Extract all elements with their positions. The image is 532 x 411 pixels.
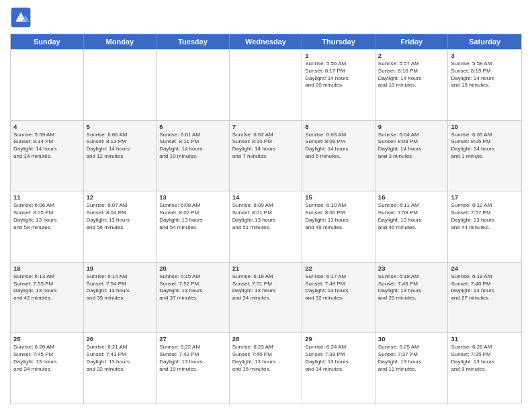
- day-number: 27: [159, 335, 226, 342]
- day-number: 1: [305, 52, 372, 59]
- day-number: 21: [232, 265, 300, 272]
- page: Sunday Monday Tuesday Wednesday Thursday…: [0, 0, 532, 411]
- day-info: Sunrise: 6:25 AM Sunset: 7:37 PM Dayligh…: [378, 344, 445, 373]
- day-number: 14: [232, 193, 300, 201]
- header-monday: Monday: [84, 34, 157, 49]
- day-info: Sunrise: 6:07 AM Sunset: 8:04 PM Dayligh…: [87, 202, 154, 231]
- day-number: 9: [378, 123, 445, 130]
- day-info: Sunrise: 6:01 AM Sunset: 8:11 PM Dayligh…: [159, 132, 226, 161]
- day-number: 16: [378, 193, 445, 201]
- logo-icon: [10, 7, 32, 28]
- day-info: Sunrise: 6:06 AM Sunset: 8:05 PM Dayligh…: [13, 202, 81, 231]
- cal-cell-4-2: 27Sunrise: 6:22 AM Sunset: 7:42 PM Dayli…: [157, 333, 230, 404]
- day-number: 13: [159, 193, 226, 201]
- day-number: 18: [13, 265, 81, 272]
- day-number: 5: [87, 123, 154, 130]
- day-number: 17: [451, 193, 519, 201]
- day-info: Sunrise: 6:21 AM Sunset: 7:43 PM Dayligh…: [87, 344, 154, 373]
- day-number: 28: [232, 335, 300, 342]
- day-info: Sunrise: 6:26 AM Sunset: 7:35 PM Dayligh…: [451, 344, 519, 373]
- header: [10, 7, 522, 28]
- day-number: 31: [451, 335, 519, 342]
- day-info: Sunrise: 6:16 AM Sunset: 7:51 PM Dayligh…: [232, 273, 300, 302]
- day-info: Sunrise: 5:58 AM Sunset: 8:15 PM Dayligh…: [451, 60, 519, 89]
- day-info: Sunrise: 6:20 AM Sunset: 7:45 PM Dayligh…: [13, 344, 81, 373]
- cal-cell-1-4: 8Sunrise: 6:03 AM Sunset: 8:09 PM Daylig…: [302, 121, 375, 191]
- cal-cell-2-3: 14Sunrise: 6:09 AM Sunset: 8:01 PM Dayli…: [230, 191, 303, 262]
- calendar-body: 1Sunrise: 5:56 AM Sunset: 8:17 PM Daylig…: [11, 49, 521, 404]
- cal-cell-0-6: 3Sunrise: 5:58 AM Sunset: 8:15 PM Daylig…: [448, 50, 521, 120]
- cal-cell-2-1: 12Sunrise: 6:07 AM Sunset: 8:04 PM Dayli…: [84, 191, 157, 262]
- day-info: Sunrise: 6:00 AM Sunset: 8:13 PM Dayligh…: [87, 132, 154, 161]
- cal-cell-3-4: 22Sunrise: 6:17 AM Sunset: 7:49 PM Dayli…: [302, 263, 375, 333]
- day-number: 24: [451, 265, 519, 272]
- day-info: Sunrise: 6:11 AM Sunset: 7:58 PM Dayligh…: [378, 202, 445, 231]
- calendar-row-2: 11Sunrise: 6:06 AM Sunset: 8:05 PM Dayli…: [11, 191, 521, 262]
- day-info: Sunrise: 6:10 AM Sunset: 8:00 PM Dayligh…: [305, 202, 372, 231]
- cal-cell-0-1: [84, 50, 157, 120]
- cal-cell-1-2: 6Sunrise: 6:01 AM Sunset: 8:11 PM Daylig…: [157, 121, 230, 191]
- cal-cell-3-1: 19Sunrise: 6:14 AM Sunset: 7:54 PM Dayli…: [84, 263, 157, 333]
- cal-cell-0-2: [157, 50, 230, 120]
- cal-cell-4-1: 26Sunrise: 6:21 AM Sunset: 7:43 PM Dayli…: [84, 333, 157, 404]
- day-info: Sunrise: 6:23 AM Sunset: 7:40 PM Dayligh…: [232, 344, 300, 373]
- day-number: 7: [232, 123, 300, 130]
- cal-cell-2-6: 17Sunrise: 6:12 AM Sunset: 7:57 PM Dayli…: [448, 191, 521, 262]
- day-info: Sunrise: 6:22 AM Sunset: 7:42 PM Dayligh…: [159, 344, 226, 373]
- header-wednesday: Wednesday: [230, 34, 303, 49]
- cal-cell-4-6: 31Sunrise: 6:26 AM Sunset: 7:35 PM Dayli…: [448, 333, 521, 404]
- cal-cell-3-6: 24Sunrise: 6:19 AM Sunset: 7:46 PM Dayli…: [448, 263, 521, 333]
- calendar: Sunday Monday Tuesday Wednesday Thursday…: [10, 34, 522, 404]
- cal-cell-0-0: [11, 50, 84, 120]
- header-sunday: Sunday: [11, 34, 84, 49]
- cal-cell-4-0: 25Sunrise: 6:20 AM Sunset: 7:45 PM Dayli…: [11, 333, 84, 404]
- calendar-row-4: 25Sunrise: 6:20 AM Sunset: 7:45 PM Dayli…: [11, 332, 521, 404]
- cal-cell-1-0: 4Sunrise: 5:59 AM Sunset: 8:14 PM Daylig…: [11, 121, 84, 191]
- day-number: 4: [13, 123, 81, 130]
- day-number: 20: [159, 265, 226, 272]
- day-info: Sunrise: 6:02 AM Sunset: 8:10 PM Dayligh…: [232, 132, 300, 161]
- day-info: Sunrise: 6:17 AM Sunset: 7:49 PM Dayligh…: [305, 273, 372, 302]
- day-number: 11: [13, 193, 81, 201]
- day-info: Sunrise: 6:14 AM Sunset: 7:54 PM Dayligh…: [87, 273, 154, 302]
- day-info: Sunrise: 6:24 AM Sunset: 7:39 PM Dayligh…: [305, 344, 372, 373]
- day-number: 29: [305, 335, 372, 342]
- calendar-header: Sunday Monday Tuesday Wednesday Thursday…: [11, 34, 521, 49]
- header-friday: Friday: [375, 34, 449, 49]
- day-number: 2: [378, 52, 445, 59]
- day-number: 26: [87, 335, 154, 342]
- day-number: 15: [305, 193, 372, 201]
- cal-cell-3-0: 18Sunrise: 6:13 AM Sunset: 7:55 PM Dayli…: [11, 263, 84, 333]
- cal-cell-1-6: 10Sunrise: 6:05 AM Sunset: 8:06 PM Dayli…: [448, 121, 521, 191]
- calendar-row-1: 4Sunrise: 5:59 AM Sunset: 8:14 PM Daylig…: [11, 120, 521, 191]
- cal-cell-2-5: 16Sunrise: 6:11 AM Sunset: 7:58 PM Dayli…: [375, 191, 449, 262]
- day-number: 19: [87, 265, 154, 272]
- day-number: 8: [305, 123, 372, 130]
- day-info: Sunrise: 6:04 AM Sunset: 8:08 PM Dayligh…: [378, 132, 445, 161]
- header-thursday: Thursday: [302, 34, 375, 49]
- day-number: 22: [305, 265, 372, 272]
- calendar-row-3: 18Sunrise: 6:13 AM Sunset: 7:55 PM Dayli…: [11, 262, 521, 333]
- day-info: Sunrise: 6:12 AM Sunset: 7:57 PM Dayligh…: [451, 202, 519, 231]
- day-info: Sunrise: 6:09 AM Sunset: 8:01 PM Dayligh…: [232, 202, 300, 231]
- day-info: Sunrise: 6:18 AM Sunset: 7:48 PM Dayligh…: [378, 273, 445, 302]
- day-info: Sunrise: 5:56 AM Sunset: 8:17 PM Dayligh…: [305, 60, 372, 89]
- day-info: Sunrise: 6:15 AM Sunset: 7:52 PM Dayligh…: [159, 273, 226, 302]
- cal-cell-2-4: 15Sunrise: 6:10 AM Sunset: 8:00 PM Dayli…: [302, 191, 375, 262]
- cal-cell-1-1: 5Sunrise: 6:00 AM Sunset: 8:13 PM Daylig…: [84, 121, 157, 191]
- logo: [10, 7, 34, 28]
- day-number: 23: [378, 265, 445, 272]
- cal-cell-2-0: 11Sunrise: 6:06 AM Sunset: 8:05 PM Dayli…: [11, 191, 84, 262]
- day-number: 30: [378, 335, 445, 342]
- day-number: 25: [13, 335, 81, 342]
- day-info: Sunrise: 5:57 AM Sunset: 8:16 PM Dayligh…: [378, 60, 445, 89]
- cal-cell-0-5: 2Sunrise: 5:57 AM Sunset: 8:16 PM Daylig…: [375, 50, 449, 120]
- cal-cell-0-4: 1Sunrise: 5:56 AM Sunset: 8:17 PM Daylig…: [302, 50, 375, 120]
- cal-cell-4-4: 29Sunrise: 6:24 AM Sunset: 7:39 PM Dayli…: [302, 333, 375, 404]
- day-number: 10: [451, 123, 519, 130]
- cal-cell-3-2: 20Sunrise: 6:15 AM Sunset: 7:52 PM Dayli…: [157, 263, 230, 333]
- day-number: 6: [159, 123, 226, 130]
- cal-cell-0-3: [230, 50, 303, 120]
- day-info: Sunrise: 5:59 AM Sunset: 8:14 PM Dayligh…: [13, 132, 81, 161]
- cal-cell-3-3: 21Sunrise: 6:16 AM Sunset: 7:51 PM Dayli…: [230, 263, 303, 333]
